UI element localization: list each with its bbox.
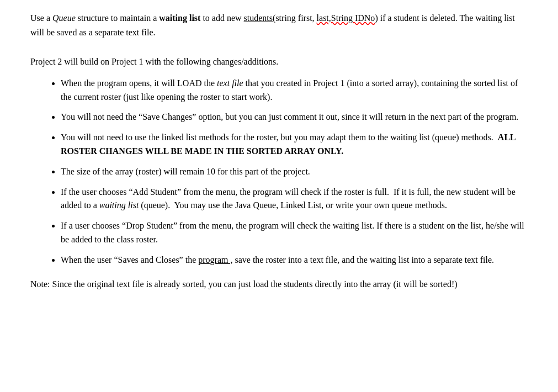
bullet-text-6: If a user chooses “Drop Student” from th… bbox=[61, 221, 524, 244]
note-paragraph: Note: Since the original text file is al… bbox=[30, 277, 528, 292]
list-item: If the user chooses “Add Student” from t… bbox=[61, 186, 528, 213]
last-string-wavy: last,String IDNo bbox=[317, 13, 375, 23]
list-item: When the user “Saves and Closes” the pro… bbox=[61, 253, 528, 267]
project-header: Project 2 will build on Project 1 with t… bbox=[30, 55, 528, 69]
text-file-italic: text file bbox=[217, 78, 243, 88]
intro-paragraph: Use a Queue structure to maintain a wait… bbox=[30, 11, 528, 39]
program-underline: program , bbox=[198, 255, 232, 264]
bullet-text-3: You will not need to use the linked list… bbox=[61, 133, 516, 156]
list-item: The size of the array (roster) will rema… bbox=[61, 165, 528, 179]
list-item: When the program opens, it will LOAD the… bbox=[61, 77, 528, 104]
bullet-list: When the program opens, it will LOAD the… bbox=[61, 77, 528, 267]
list-item: You will not need to use the linked list… bbox=[61, 131, 528, 158]
bullet-text-4: The size of the array (roster) will rema… bbox=[61, 167, 310, 176]
bullet-text-2: You will not need the “Save Changes” opt… bbox=[61, 112, 518, 121]
queue-italic: Queue bbox=[52, 13, 76, 23]
bullet-text-5: If the user chooses “Add Student” from t… bbox=[61, 187, 516, 210]
bullet-text-7: When the user “Saves and Closes” the pro… bbox=[61, 255, 494, 264]
all-caps-text: ALL ROSTER CHANGES WILL BE MADE IN THE S… bbox=[61, 133, 516, 156]
waiting-list-bold: waiting list bbox=[159, 13, 200, 23]
bullet-text-1: When the program opens, it will LOAD the… bbox=[61, 78, 518, 102]
students-underline: students( bbox=[244, 13, 276, 23]
list-item: If a user chooses “Drop Student” from th… bbox=[61, 219, 528, 247]
waiting-list-italic: waiting list bbox=[99, 200, 139, 210]
list-item: You will not need the “Save Changes” opt… bbox=[61, 110, 528, 124]
